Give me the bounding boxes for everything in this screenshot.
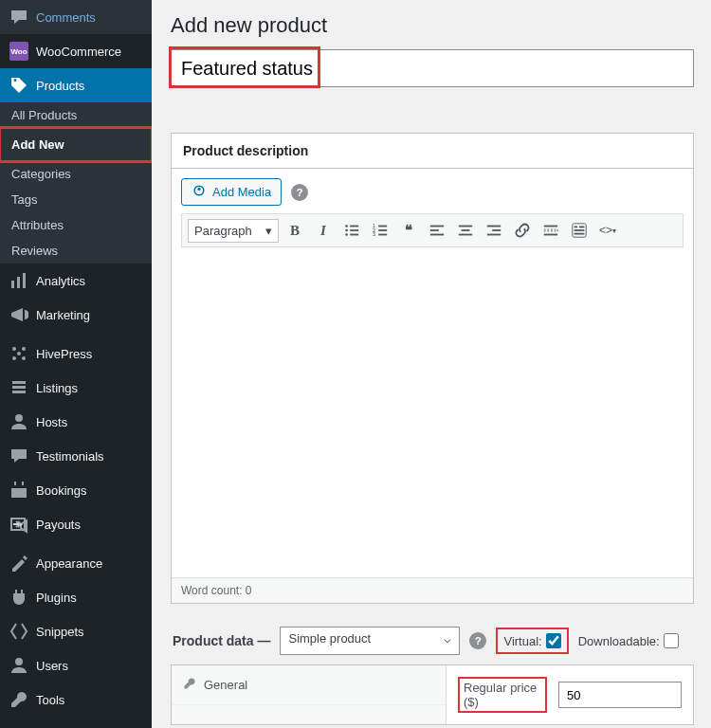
product-data-tabs: General bbox=[172, 665, 447, 724]
appearance-icon bbox=[9, 554, 28, 573]
insert-more-button[interactable] bbox=[538, 218, 563, 243]
virtual-checkbox[interactable] bbox=[546, 633, 561, 648]
sidebar-item-appearance[interactable]: Appearance bbox=[0, 546, 152, 580]
svg-rect-43 bbox=[574, 227, 578, 228]
tab-general[interactable]: General bbox=[172, 665, 446, 705]
sub-categories[interactable]: Categories bbox=[0, 161, 152, 187]
sub-add-new[interactable]: Add New bbox=[0, 128, 152, 161]
svg-rect-25 bbox=[378, 226, 387, 228]
align-right-button[interactable] bbox=[482, 218, 506, 243]
products-submenu: All Products Add New Categories Tags Att… bbox=[0, 102, 152, 264]
svg-point-16 bbox=[15, 658, 23, 665]
sidebar-item-plugins[interactable]: Plugins bbox=[0, 580, 152, 614]
sidebar-item-hivepress[interactable]: HivePress bbox=[0, 337, 152, 371]
sidebar-item-hosts[interactable]: Hosts bbox=[0, 405, 152, 439]
align-center-button[interactable] bbox=[453, 218, 478, 243]
svg-rect-46 bbox=[574, 233, 585, 235]
highlight-title bbox=[169, 46, 320, 88]
product-type-select[interactable]: Simple product ⌵ bbox=[280, 627, 460, 655]
sidebar-label: Products bbox=[36, 79, 84, 93]
regular-price-input[interactable] bbox=[558, 682, 682, 708]
sidebar-item-testimonials[interactable]: Testimonials bbox=[0, 439, 152, 473]
svg-rect-37 bbox=[492, 229, 501, 231]
svg-rect-34 bbox=[462, 229, 470, 231]
bookings-icon bbox=[9, 481, 28, 500]
editor-footer: Word count: 0 bbox=[172, 577, 693, 603]
svg-rect-32 bbox=[430, 234, 444, 236]
sidebar-label: Plugins bbox=[36, 591, 77, 605]
sidebar-label: HivePress bbox=[36, 347, 92, 361]
sidebar-item-marketing[interactable]: Marketing bbox=[0, 298, 152, 332]
sidebar-item-snippets[interactable]: Snippets bbox=[0, 614, 152, 648]
svg-point-6 bbox=[22, 356, 26, 360]
sidebar-item-analytics[interactable]: Analytics bbox=[0, 264, 152, 298]
sidebar-item-listings[interactable]: Listings bbox=[0, 371, 152, 405]
help-icon[interactable]: ? bbox=[291, 184, 308, 201]
svg-rect-29 bbox=[378, 234, 387, 236]
sub-all-products[interactable]: All Products bbox=[0, 102, 152, 128]
svg-rect-41 bbox=[544, 234, 557, 236]
sub-attributes[interactable]: Attributes bbox=[0, 212, 152, 238]
svg-point-5 bbox=[12, 356, 16, 360]
admin-sidebar: Comments Woo WooCommerce Products All Pr… bbox=[0, 0, 152, 728]
sidebar-label: Appearance bbox=[36, 556, 102, 571]
sidebar-item-users[interactable]: Users bbox=[0, 648, 152, 682]
virtual-label: Virtual: bbox=[503, 634, 541, 648]
svg-point-18 bbox=[345, 225, 348, 228]
sidebar-label: Tools bbox=[36, 693, 64, 707]
italic-button[interactable]: I bbox=[311, 218, 336, 243]
sub-reviews[interactable]: Reviews bbox=[0, 238, 152, 264]
help-icon[interactable]: ? bbox=[469, 632, 486, 649]
tools-icon bbox=[9, 690, 28, 709]
hosts-icon bbox=[9, 412, 28, 431]
svg-rect-0 bbox=[11, 281, 14, 288]
svg-point-4 bbox=[22, 347, 26, 351]
svg-rect-8 bbox=[12, 381, 26, 384]
sub-tags[interactable]: Tags bbox=[0, 187, 152, 212]
sidebar-label: Marketing bbox=[36, 308, 90, 322]
sidebar-label: Payouts bbox=[36, 518, 81, 532]
sidebar-item-comments[interactable]: Comments bbox=[0, 0, 152, 34]
add-media-button[interactable]: Add Media bbox=[181, 178, 282, 206]
sidebar-label: Snippets bbox=[36, 625, 84, 639]
bullet-list-button[interactable] bbox=[339, 218, 364, 243]
sidebar-item-payouts[interactable]: Payouts bbox=[0, 507, 152, 541]
sidebar-item-tools[interactable]: Tools bbox=[0, 682, 152, 717]
svg-rect-1 bbox=[17, 277, 20, 288]
editor-textarea[interactable] bbox=[181, 247, 684, 577]
code-view-button[interactable]: <>▾ bbox=[595, 218, 620, 243]
downloadable-checkbox[interactable] bbox=[664, 633, 679, 648]
svg-point-3 bbox=[12, 347, 16, 351]
add-media-label: Add Media bbox=[212, 185, 271, 199]
svg-rect-21 bbox=[350, 229, 358, 231]
link-button[interactable] bbox=[510, 218, 535, 243]
panel-header-description: Product description bbox=[172, 134, 693, 169]
bold-button[interactable]: B bbox=[283, 218, 307, 243]
sidebar-label: Comments bbox=[36, 10, 96, 25]
sidebar-label: Listings bbox=[36, 381, 78, 395]
toolbar-toggle-button[interactable] bbox=[567, 218, 592, 243]
blockquote-button[interactable]: ❝ bbox=[396, 218, 421, 243]
product-data-title: Product data — bbox=[173, 633, 270, 648]
word-count: Word count: 0 bbox=[181, 584, 251, 597]
regular-price-label: Regular price ($) bbox=[464, 681, 537, 709]
svg-rect-23 bbox=[350, 234, 358, 236]
virtual-highlight: Virtual: bbox=[496, 628, 568, 654]
plugins-icon bbox=[9, 588, 28, 607]
sidebar-item-woocommerce[interactable]: Woo WooCommerce bbox=[0, 34, 152, 68]
product-title-wrap bbox=[171, 49, 694, 87]
svg-rect-38 bbox=[487, 234, 501, 236]
users-icon bbox=[9, 656, 28, 675]
main-content: Add new product Product description Add … bbox=[152, 0, 711, 728]
sidebar-item-bookings[interactable]: Bookings bbox=[0, 473, 152, 507]
sidebar-item-products[interactable]: Products bbox=[0, 68, 152, 102]
numbered-list-button[interactable]: 123 bbox=[368, 218, 392, 243]
paragraph-dropdown[interactable]: Paragraph ▾ bbox=[188, 219, 279, 243]
align-left-button[interactable] bbox=[425, 218, 449, 243]
megaphone-icon bbox=[9, 305, 28, 324]
svg-rect-35 bbox=[459, 234, 472, 236]
comment-icon bbox=[9, 8, 28, 27]
sidebar-label: Testimonials bbox=[36, 449, 104, 464]
paragraph-dropdown-label: Paragraph bbox=[194, 224, 252, 238]
editor-toolbar: Paragraph ▾ B I 123 ❝ <>▾ bbox=[181, 213, 684, 247]
